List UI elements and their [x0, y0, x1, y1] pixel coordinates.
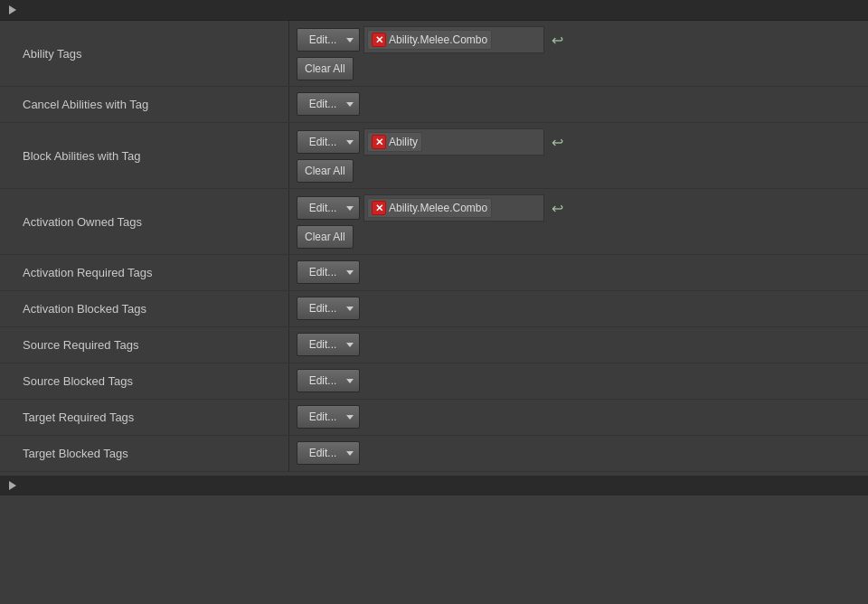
line1-activation-required-tags: Edit... — [297, 260, 861, 284]
tags-area-ability-tags: ✕Ability.Melee.Combo — [363, 26, 544, 53]
dropdown-arrow-icon — [346, 38, 354, 42]
content-activation-owned-tags: Edit...✕Ability.Melee.Combo↩Clear All — [289, 189, 868, 254]
dropdown-arrow-icon — [346, 140, 354, 145]
clear-all-button-activation-owned-tags[interactable]: Clear All — [297, 225, 354, 249]
tag-remove-button-activation-owned-tags-0[interactable]: ✕ — [372, 201, 386, 215]
edit-button-block-abilities-with-tag[interactable]: Edit... — [297, 130, 360, 154]
edit-btn-label: Edit... — [303, 302, 343, 315]
edit-button-target-required-tags[interactable]: Edit... — [297, 405, 360, 429]
content-activation-blocked-tags: Edit... — [289, 291, 868, 326]
undo-icon-activation-owned-tags[interactable]: ↩ — [552, 200, 563, 217]
tag-value-activation-owned-tags-0: Ability.Melee.Combo — [389, 202, 487, 214]
line1-block-abilities-with-tag: Edit...✕Ability↩ — [297, 128, 861, 156]
content-cancel-abilities-with-tag: Edit... — [289, 87, 868, 121]
tags-area-block-abilities-with-tag: ✕Ability — [363, 128, 544, 156]
line1-ability-tags: Edit...✕Ability.Melee.Combo↩ — [297, 26, 861, 53]
tags-panel: Ability TagsEdit...✕Ability.Melee.Combo↩… — [0, 0, 868, 495]
label-source-blocked-tags: Source Blocked Tags — [0, 363, 289, 399]
label-activation-owned-tags: Activation Owned Tags — [0, 189, 289, 254]
dropdown-arrow-icon — [346, 270, 354, 275]
line1-activation-owned-tags: Edit...✕Ability.Melee.Combo↩ — [297, 194, 861, 222]
line2-activation-owned-tags: Clear All — [297, 225, 861, 249]
row-cancel-abilities-with-tag: Cancel Abilities with TagEdit... — [0, 87, 868, 123]
label-ability-tags: Ability Tags — [0, 21, 289, 86]
dropdown-arrow-icon — [346, 343, 354, 347]
label-block-abilities-with-tag: Block Abilities with Tag — [0, 123, 289, 188]
tag-chip-ability-tags-0: ✕Ability.Melee.Combo — [367, 30, 492, 50]
label-target-required-tags: Target Required Tags — [0, 400, 289, 435]
edit-btn-label: Edit... — [303, 98, 343, 110]
content-source-blocked-tags: Edit... — [289, 363, 868, 398]
content-ability-tags: Edit...✕Ability.Melee.Combo↩Clear All — [289, 21, 868, 86]
row-activation-owned-tags: Activation Owned TagsEdit...✕Ability.Mel… — [0, 189, 868, 255]
line2-block-abilities-with-tag: Clear All — [297, 159, 861, 183]
line1-activation-blocked-tags: Edit... — [297, 297, 861, 320]
edit-button-cancel-abilities-with-tag[interactable]: Edit... — [297, 92, 360, 116]
content-target-blocked-tags: Edit... — [289, 436, 868, 470]
label-cancel-abilities-with-tag: Cancel Abilities with Tag — [0, 87, 289, 122]
edit-btn-label: Edit... — [303, 33, 343, 46]
edit-btn-label: Edit... — [303, 338, 343, 351]
row-target-required-tags: Target Required TagsEdit... — [0, 400, 868, 436]
dropdown-arrow-icon — [346, 307, 354, 311]
dropdown-arrow-icon — [346, 451, 354, 456]
line1-cancel-abilities-with-tag: Edit... — [297, 92, 861, 116]
undo-icon-ability-tags[interactable]: ↩ — [552, 32, 563, 49]
line2-ability-tags: Clear All — [297, 57, 861, 80]
edit-button-ability-tags[interactable]: Edit... — [297, 28, 360, 52]
edit-button-target-blocked-tags[interactable]: Edit... — [297, 441, 360, 465]
row-source-required-tags: Source Required TagsEdit... — [0, 327, 868, 363]
tag-remove-button-block-abilities-with-tag-0[interactable]: ✕ — [372, 135, 386, 149]
dropdown-arrow-icon — [346, 415, 354, 420]
edit-button-source-blocked-tags[interactable]: Edit... — [297, 369, 360, 392]
row-activation-blocked-tags: Activation Blocked TagsEdit... — [0, 291, 868, 327]
edit-button-activation-required-tags[interactable]: Edit... — [297, 260, 360, 284]
row-target-blocked-tags: Target Blocked TagsEdit... — [0, 436, 868, 472]
row-activation-required-tags: Activation Required TagsEdit... — [0, 255, 868, 291]
label-activation-blocked-tags: Activation Blocked Tags — [0, 291, 289, 326]
line1-source-blocked-tags: Edit... — [297, 369, 861, 392]
dropdown-arrow-icon — [346, 379, 354, 383]
edit-btn-label: Edit... — [303, 266, 343, 278]
edit-btn-label: Edit... — [303, 374, 343, 387]
collapse-icon[interactable] — [9, 5, 16, 14]
tag-value-block-abilities-with-tag-0: Ability — [389, 136, 418, 148]
dropdown-arrow-icon — [346, 206, 354, 211]
row-source-blocked-tags: Source Blocked TagsEdit... — [0, 363, 868, 400]
row-block-abilities-with-tag: Block Abilities with TagEdit...✕Ability↩… — [0, 123, 868, 189]
input-collapse-icon[interactable] — [9, 481, 16, 490]
clear-all-button-ability-tags[interactable]: Clear All — [297, 57, 354, 80]
tag-chip-activation-owned-tags-0: ✕Ability.Melee.Combo — [367, 198, 492, 218]
edit-button-activation-owned-tags[interactable]: Edit... — [297, 196, 360, 220]
edit-button-activation-blocked-tags[interactable]: Edit... — [297, 297, 360, 320]
content-target-required-tags: Edit... — [289, 400, 868, 434]
tags-area-activation-owned-tags: ✕Ability.Melee.Combo — [363, 194, 544, 222]
line1-target-required-tags: Edit... — [297, 405, 861, 429]
edit-btn-label: Edit... — [303, 136, 343, 148]
clear-all-button-block-abilities-with-tag[interactable]: Clear All — [297, 159, 354, 183]
row-ability-tags: Ability TagsEdit...✕Ability.Melee.Combo↩… — [0, 21, 868, 87]
content-activation-required-tags: Edit... — [289, 255, 868, 289]
tag-value-ability-tags-0: Ability.Melee.Combo — [389, 33, 487, 46]
line1-source-required-tags: Edit... — [297, 333, 861, 356]
tags-section-header — [0, 0, 868, 21]
label-target-blocked-tags: Target Blocked Tags — [0, 436, 289, 471]
undo-icon-block-abilities-with-tag[interactable]: ↩ — [552, 134, 563, 151]
line1-target-blocked-tags: Edit... — [297, 441, 861, 465]
edit-button-source-required-tags[interactable]: Edit... — [297, 333, 360, 356]
dropdown-arrow-icon — [346, 102, 354, 107]
label-source-required-tags: Source Required Tags — [0, 327, 289, 363]
content-source-required-tags: Edit... — [289, 327, 868, 362]
edit-btn-label: Edit... — [303, 202, 343, 214]
rows-container: Ability TagsEdit...✕Ability.Melee.Combo↩… — [0, 21, 868, 472]
content-block-abilities-with-tag: Edit...✕Ability↩Clear All — [289, 123, 868, 188]
edit-btn-label: Edit... — [303, 447, 343, 459]
tag-chip-block-abilities-with-tag-0: ✕Ability — [367, 132, 422, 152]
tag-remove-button-ability-tags-0[interactable]: ✕ — [372, 33, 386, 47]
label-activation-required-tags: Activation Required Tags — [0, 255, 289, 290]
edit-btn-label: Edit... — [303, 411, 343, 423]
input-section-header — [0, 476, 868, 495]
